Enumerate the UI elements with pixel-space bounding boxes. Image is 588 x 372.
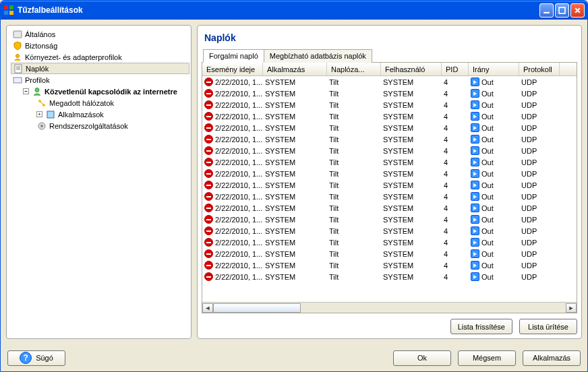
cell-log: Tilt: [327, 147, 381, 155]
table-row[interactable]: 2/22/2010, 1...SYSTEMTiltSYSTEM4OutUDP: [202, 179, 577, 191]
maximize-button[interactable]: [555, 3, 569, 18]
cell-proto: UDP: [519, 124, 560, 132]
cell-pid: 4: [442, 90, 469, 98]
table-row[interactable]: 2/22/2010, 1...SYSTEMTiltSYSTEM4OutUDP: [202, 202, 577, 214]
ok-button[interactable]: Ok: [393, 350, 451, 366]
direction-icon: [471, 158, 479, 166]
deny-icon: [204, 238, 213, 247]
sidebar-profile-direct[interactable]: − Közvetlenül kapcsolódik az internetre: [22, 86, 189, 97]
table-row[interactable]: 2/22/2010, 1...SYSTEMTiltSYSTEM4OutUDP: [202, 99, 577, 111]
sidebar-item-profiles[interactable]: Környezet- és adapterprofilok: [11, 51, 189, 63]
cell-pid: 4: [442, 239, 469, 247]
cell-user: SYSTEM: [381, 239, 442, 247]
expander-icon[interactable]: +: [36, 111, 42, 117]
scroll-thumb[interactable]: [213, 303, 301, 313]
sidebar-item-general[interactable]: Általános: [11, 28, 189, 40]
sidebar-item-label: Megadott hálózatok: [49, 99, 114, 107]
direction-icon: [471, 169, 479, 178]
cell-time: 2/22/2010, 1...: [202, 89, 263, 98]
svg-point-19: [40, 125, 43, 127]
cell-user: SYSTEM: [381, 193, 442, 201]
horizontal-scrollbar[interactable]: ◄ ►: [202, 302, 577, 313]
cell-pid: 4: [442, 227, 469, 235]
sidebar-item-security[interactable]: Biztonság: [11, 40, 189, 51]
cell-pid: 4: [442, 193, 469, 201]
column-header[interactable]: Protokoll: [519, 63, 560, 75]
cell-user: SYSTEM: [381, 250, 442, 258]
table-row[interactable]: 2/22/2010, 1...SYSTEMTiltSYSTEM4OutUDP: [202, 237, 577, 248]
table-row[interactable]: 2/22/2010, 1...SYSTEMTiltSYSTEM4OutUDP: [202, 225, 577, 237]
table-row[interactable]: 2/22/2010, 1...SYSTEMTiltSYSTEM4OutUDP: [202, 259, 577, 271]
scroll-left-button[interactable]: ◄: [202, 303, 213, 313]
table-row[interactable]: 2/22/2010, 1...SYSTEMTiltSYSTEM4OutUDP: [202, 156, 577, 168]
table-row[interactable]: 2/22/2010, 1...SYSTEMTiltSYSTEM4OutUDP: [202, 111, 577, 122]
cell-app: SYSTEM: [263, 227, 327, 235]
cell-app: SYSTEM: [263, 101, 327, 109]
table-row[interactable]: 2/22/2010, 1...SYSTEMTiltSYSTEM4OutUDP: [202, 88, 577, 99]
sidebar-item-logs[interactable]: Naplók: [11, 63, 189, 74]
page-title: Naplók: [202, 30, 577, 49]
table-row[interactable]: 2/22/2010, 1...SYSTEMTiltSYSTEM4OutUDP: [202, 271, 577, 282]
sidebar-item-networks[interactable]: Megadott hálózatok: [35, 97, 189, 108]
column-header[interactable]: Felhasználó: [381, 63, 442, 75]
cell-user: SYSTEM: [381, 113, 442, 121]
tabs: Forgalmi napló Megbízható adatbázis napl…: [202, 49, 577, 63]
cell-user: SYSTEM: [381, 101, 442, 109]
table-row[interactable]: 2/22/2010, 1...SYSTEMTiltSYSTEM4OutUDP: [202, 191, 577, 202]
button-label: Lista frissítése: [458, 323, 505, 331]
table-body[interactable]: 2/22/2010, 1...SYSTEMTiltSYSTEM4OutUDP2/…: [202, 76, 577, 302]
cell-time: 2/22/2010, 1...: [202, 272, 263, 281]
expander-icon[interactable]: −: [23, 88, 29, 94]
column-header[interactable]: Esemény ideje: [202, 63, 263, 75]
table-row[interactable]: 2/22/2010, 1...SYSTEMTiltSYSTEM4OutUDP: [202, 145, 577, 156]
cell-app: SYSTEM: [263, 181, 327, 189]
footer: ? Súgó Ok Mégsem Alkalmazás: [1, 344, 587, 371]
cell-dir: Out: [469, 261, 519, 270]
tab-traffic-log[interactable]: Forgalmi napló: [203, 49, 264, 63]
cell-dir: Out: [469, 112, 519, 121]
titlebar[interactable]: Tűzfalbeállítások: [1, 1, 587, 20]
table-row[interactable]: 2/22/2010, 1...SYSTEMTiltSYSTEM4OutUDP: [202, 168, 577, 179]
scroll-right-button[interactable]: ►: [566, 303, 577, 313]
cell-user: SYSTEM: [381, 216, 442, 224]
cell-app: SYSTEM: [263, 113, 327, 121]
sidebar-item-profiles2[interactable]: Profilok: [11, 74, 189, 86]
cell-user: SYSTEM: [381, 135, 442, 144]
table-row[interactable]: 2/22/2010, 1...SYSTEMTiltSYSTEM4OutUDP: [202, 133, 577, 145]
clear-list-button[interactable]: Lista ürítése: [519, 319, 577, 334]
help-button[interactable]: ? Súgó: [7, 350, 65, 366]
svg-point-7: [16, 54, 20, 57]
cell-pid: 4: [442, 216, 469, 224]
general-icon: [12, 29, 23, 40]
cell-app: SYSTEM: [263, 216, 327, 224]
svg-line-16: [40, 102, 43, 104]
column-header[interactable]: Naplóza...: [327, 63, 381, 75]
table-row[interactable]: 2/22/2010, 1...SYSTEMTiltSYSTEM4OutUDP: [202, 76, 577, 88]
svg-rect-17: [47, 111, 54, 118]
minimize-button[interactable]: [539, 3, 554, 18]
sidebar-item-apps[interactable]: + Alkalmazások: [35, 108, 189, 120]
cell-dir: Out: [469, 123, 519, 132]
column-header[interactable]: Irány: [469, 63, 519, 75]
cell-log: Tilt: [327, 181, 381, 189]
svg-rect-4: [543, 11, 550, 13]
table-row[interactable]: 2/22/2010, 1...SYSTEMTiltSYSTEM4OutUDP: [202, 122, 577, 133]
column-header[interactable]: Alkalmazás: [263, 63, 327, 75]
svg-rect-6: [13, 31, 22, 38]
column-header[interactable]: PID: [442, 63, 469, 75]
apply-button[interactable]: Alkalmazás: [523, 350, 581, 366]
refresh-list-button[interactable]: Lista frissítése: [450, 319, 512, 334]
close-button[interactable]: [570, 3, 585, 18]
cancel-button[interactable]: Mégsem: [458, 350, 516, 366]
table-row[interactable]: 2/22/2010, 1...SYSTEMTiltSYSTEM4OutUDP: [202, 248, 577, 259]
table-row[interactable]: 2/22/2010, 1...SYSTEMTiltSYSTEM4OutUDP: [202, 214, 577, 225]
button-label: Alkalmazás: [533, 354, 570, 362]
sidebar-item-services[interactable]: Rendszerszolgáltatások: [35, 120, 189, 131]
cell-log: Tilt: [327, 78, 381, 86]
cell-time: 2/22/2010, 1...: [202, 146, 263, 155]
cell-pid: 4: [442, 124, 469, 132]
svg-rect-8: [15, 65, 22, 73]
cell-log: Tilt: [327, 158, 381, 166]
deny-icon: [204, 89, 213, 98]
tab-trusted-db-log[interactable]: Megbízható adatbázis naplók: [264, 49, 372, 63]
